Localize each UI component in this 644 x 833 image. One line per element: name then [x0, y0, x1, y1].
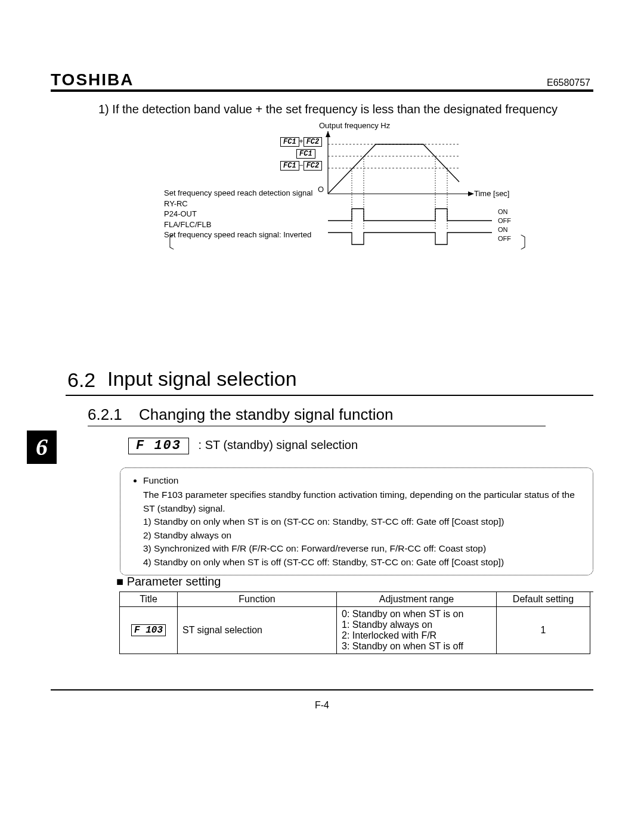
subsection-number: 6.2.1 — [88, 405, 122, 424]
td-range: 0: Standby on when ST is on 1: Standby a… — [337, 607, 497, 654]
y-level-fc1: FC1 — [296, 149, 315, 159]
th-function: Function — [178, 592, 337, 607]
parameter-code-label: : ST (standby) signal selection — [199, 438, 358, 451]
section-number: 6.2 — [67, 368, 95, 392]
parameter-code-display: F 103 — [128, 438, 189, 454]
parameter-table: Title Function Adjustment range Default … — [119, 592, 590, 654]
td-title-code: F 103 — [131, 624, 166, 636]
footer-rule — [51, 689, 593, 690]
function-item-1: 1) Standby on only when ST is on (ST-CC … — [143, 515, 584, 528]
td-title: F 103 — [120, 607, 178, 654]
parameter-code-line: F 103 : ST (standby) signal selection — [128, 438, 358, 454]
figure-y-axis-label: Output frequency Hz — [319, 121, 390, 130]
function-description: The F103 parameter specifies standby fun… — [143, 488, 584, 515]
sig2-off: OFF — [498, 234, 511, 243]
function-item-2: 2) Standby always on — [143, 529, 584, 542]
content-body: 1) If the detection band value + the set… — [51, 101, 593, 240]
range-2: 2: Interlocked with F/R — [342, 630, 491, 641]
figure-onoff-labels: ON OFF ON OFF — [498, 208, 511, 243]
y-level-fc1-plus-fc2: FC1+FC2 — [280, 137, 322, 147]
sig1-on: ON — [498, 208, 511, 216]
intro-paragraph: 1) If the detection band value + the set… — [98, 101, 593, 117]
svg-marker-1 — [326, 131, 330, 137]
subsection-rule — [88, 426, 546, 426]
sig2-on: ON — [498, 225, 511, 234]
intro-text: If the detection band value + the set fr… — [112, 103, 558, 116]
chapter-tab: 6 — [27, 431, 57, 464]
section-title: Input signal selection — [107, 367, 297, 391]
svg-marker-3 — [468, 191, 474, 196]
header-rule — [51, 89, 593, 92]
document-number: E6580757 — [547, 78, 590, 88]
th-title: Title — [120, 592, 178, 607]
subsection-title: Changing the standby signal function — [139, 405, 393, 424]
bracket-left-icon: 〔 — [159, 231, 176, 254]
bracket-right-icon: 〕 — [519, 231, 535, 254]
page-number: F-4 — [0, 700, 644, 711]
function-box: Function The F103 parameter specifies st… — [120, 467, 593, 575]
brand-logo: TOSHIBA — [51, 70, 134, 89]
parameter-setting-heading: ■ Parameter setting — [116, 575, 221, 589]
function-item-3: 3) Synchronized with F/R (F/R-CC on: For… — [143, 542, 584, 555]
frequency-figure: Output frequency Hz FC1+FC2 FC1 FC1−FC2 … — [164, 128, 593, 240]
table-row: F 103 ST signal selection 0: Standby on … — [120, 607, 590, 654]
td-function: ST signal selection — [178, 607, 337, 654]
th-default: Default setting — [497, 592, 590, 607]
th-range: Adjustment range — [337, 592, 497, 607]
range-0: 0: Standby on when ST is on — [342, 609, 491, 620]
figure-x-axis-label: Time [sec] — [474, 189, 509, 198]
sig1-off: OFF — [498, 216, 511, 225]
table-header-row: Title Function Adjustment range Default … — [120, 592, 590, 607]
td-default: 1 — [497, 607, 590, 654]
page: TOSHIBA E6580757 1) If the detection ban… — [0, 0, 644, 833]
y-level-fc1-minus-fc2: FC1−FC2 — [280, 161, 322, 171]
range-3: 3: Standby on when ST is off — [342, 641, 491, 652]
range-1: 1: Standby always on — [342, 620, 491, 630]
function-heading: Function — [143, 474, 584, 487]
section-rule — [66, 395, 593, 396]
intro-item-number: 1) — [98, 103, 109, 116]
function-item-4: 4) Standby on only when ST is off (ST-CC… — [143, 556, 584, 569]
